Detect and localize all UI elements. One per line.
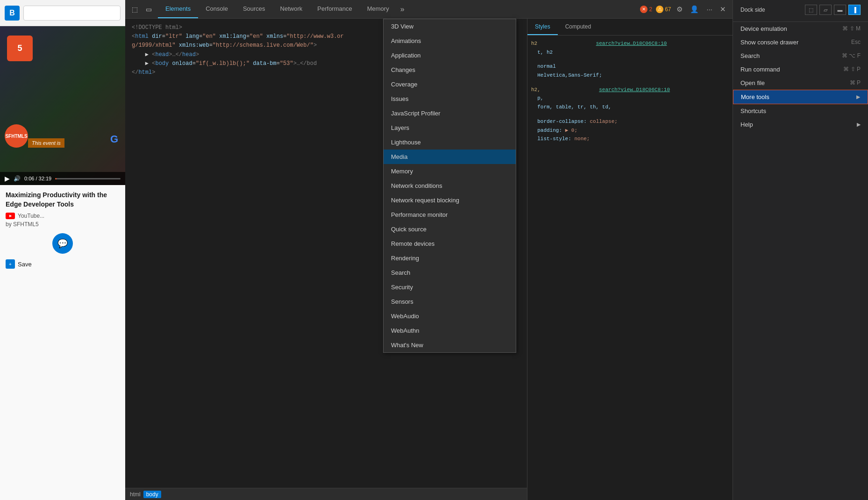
css-property-normal: normal bbox=[531, 62, 729, 71]
styles-content[interactable]: h2 search?view…D18C06C8:10 t, h2 normal … bbox=[527, 36, 733, 500]
css-property-border: border-collapse: collapse; bbox=[531, 117, 729, 126]
menu-search-shortcut: ⌘ ⌥ F bbox=[842, 52, 861, 59]
menu-run-command-label: Run command bbox=[740, 66, 780, 73]
menu-item-network-blocking[interactable]: Network request blocking bbox=[384, 193, 516, 207]
tab-network[interactable]: Network bbox=[273, 0, 310, 18]
menu-item-issues[interactable]: Issues bbox=[384, 92, 516, 106]
dock-left-button[interactable]: ▱ bbox=[819, 5, 832, 15]
css-selector-h2: h2 search?view…D18C06C8:10 bbox=[531, 39, 729, 48]
breadcrumb-html[interactable]: html bbox=[130, 491, 141, 498]
css-property-1: t, h2 bbox=[531, 48, 729, 57]
more-tabs-button[interactable]: » bbox=[397, 0, 408, 18]
warning-badge: ⚠ 67 bbox=[656, 6, 671, 13]
menu-item-layers[interactable]: Layers bbox=[384, 121, 516, 135]
video-thumbnail: 5 SFHTMLS This event is G bbox=[0, 26, 125, 185]
menu-item-sensors[interactable]: Sensors bbox=[384, 294, 516, 309]
video-source: YouTube... bbox=[6, 213, 120, 219]
devtools-right-icons: ✕ 2 ⚠ 67 ⚙ 👤 ··· ✕ bbox=[635, 5, 733, 14]
tab-memory[interactable]: Memory bbox=[360, 0, 397, 18]
menu-item-security[interactable]: Security bbox=[384, 280, 516, 294]
css-block-1: h2 search?view…D18C06C8:10 t, h2 bbox=[531, 39, 729, 57]
menu-item-animations[interactable]: Animations bbox=[384, 34, 516, 48]
dock-right-button[interactable]: ▐ bbox=[848, 5, 861, 15]
event-banner: This event is bbox=[28, 138, 64, 148]
tab-styles[interactable]: Styles bbox=[527, 19, 558, 35]
menu-more-tools[interactable]: More tools ▶ bbox=[733, 90, 868, 104]
menu-device-emulation[interactable]: Device emulation ⌘ ⇧ M bbox=[733, 22, 868, 36]
menu-item-lighthouse[interactable]: Lighthouse bbox=[384, 135, 516, 150]
css-property-form: form, table, tr, th, td, bbox=[531, 103, 729, 112]
address-bar[interactable] bbox=[23, 6, 121, 21]
dock-panel: Dock side ⬚ ▱ ▬ ▐ Device emulation ⌘ ⇧ M… bbox=[733, 0, 868, 500]
volume-button[interactable]: 🔊 bbox=[14, 175, 21, 182]
menu-open-file[interactable]: Open file ⌘ P bbox=[733, 76, 868, 90]
css-property-list: list-style: none; bbox=[531, 135, 729, 143]
menu-more-tools-arrow: ▶ bbox=[856, 94, 860, 100]
cursor-icon[interactable]: ⬚ bbox=[129, 4, 140, 15]
menu-item-perf-monitor[interactable]: Performance monitor bbox=[384, 207, 516, 222]
sfhtml-badge: SFHTMLS bbox=[5, 124, 28, 148]
menu-show-console[interactable]: Show console drawer Esc bbox=[733, 36, 868, 49]
chat-button[interactable]: 💬 bbox=[52, 233, 73, 254]
menu-item-media[interactable]: Media bbox=[384, 150, 516, 164]
menu-item-3dview[interactable]: 3D View bbox=[384, 19, 516, 34]
menu-run-command[interactable]: Run command ⌘ ⇧ P bbox=[733, 63, 868, 76]
bing-logo: B bbox=[5, 6, 20, 21]
more-options-icon[interactable]: ··· bbox=[704, 5, 714, 13]
browser-toolbar: B bbox=[0, 0, 125, 26]
tab-computed[interactable]: Computed bbox=[558, 19, 598, 35]
settings-icon[interactable]: ⚙ bbox=[675, 5, 684, 14]
tab-elements[interactable]: Elements bbox=[158, 0, 198, 18]
styles-panel: Styles Computed h2 search?view…D18C06C8:… bbox=[527, 19, 733, 500]
menu-search[interactable]: Search ⌘ ⌥ F bbox=[733, 49, 868, 63]
tab-performance[interactable]: Performance bbox=[310, 0, 359, 18]
menu-item-whats-new[interactable]: What's New bbox=[384, 338, 516, 352]
menu-item-quick-source[interactable]: Quick source bbox=[384, 222, 516, 236]
user-icon[interactable]: 👤 bbox=[688, 5, 701, 14]
css-property-padding: padding: ▶ 0; bbox=[531, 126, 729, 135]
dock-menu: Device emulation ⌘ ⇧ M Show console draw… bbox=[733, 22, 868, 131]
menu-item-webaudio[interactable]: WebAudio bbox=[384, 309, 516, 323]
menu-item-webauthn[interactable]: WebAuthn bbox=[384, 323, 516, 338]
close-button[interactable]: ✕ bbox=[718, 5, 728, 14]
menu-help-arrow: ▶ bbox=[857, 121, 861, 128]
device-icon[interactable]: ▭ bbox=[143, 4, 154, 15]
tab-console[interactable]: Console bbox=[198, 0, 235, 18]
menu-item-coverage[interactable]: Coverage bbox=[384, 77, 516, 92]
menu-shortcuts[interactable]: Shortcuts bbox=[733, 104, 868, 118]
menu-item-application[interactable]: Application bbox=[384, 48, 516, 63]
save-button[interactable]: + Save bbox=[6, 259, 120, 269]
devtools-body: <!DOCTYPE html> <html dir="ltr" lang="en… bbox=[125, 19, 733, 500]
css-property-p: p, bbox=[531, 94, 729, 103]
save-icon: + bbox=[6, 259, 15, 269]
elements-breadcrumb: html body bbox=[125, 488, 527, 500]
video-info: Maximizing Productivity with the Edge De… bbox=[0, 185, 125, 500]
error-badge: ✕ 2 bbox=[640, 6, 652, 13]
menu-item-changes[interactable]: Changes bbox=[384, 63, 516, 77]
devtools-tabs: Elements Console Sources Network Perform… bbox=[158, 0, 635, 18]
menu-item-js-profiler[interactable]: JavaScript Profiler bbox=[384, 106, 516, 121]
menu-item-network-conditions[interactable]: Network conditions bbox=[384, 179, 516, 193]
play-button[interactable]: ▶ bbox=[5, 175, 10, 182]
menu-item-memory[interactable]: Memory bbox=[384, 164, 516, 179]
progress-bar[interactable] bbox=[55, 178, 121, 179]
menu-item-search[interactable]: Search bbox=[384, 265, 516, 280]
menu-help[interactable]: Help ▶ bbox=[733, 118, 868, 131]
menu-item-rendering[interactable]: Rendering bbox=[384, 251, 516, 265]
menu-device-emulation-label: Device emulation bbox=[740, 25, 787, 32]
warning-icon: ⚠ bbox=[656, 6, 663, 13]
browser-panel: B 5 SFHTMLS This event is G ▶ 🔊 0:06 / 3… bbox=[0, 0, 125, 500]
menu-show-console-label: Show console drawer bbox=[740, 39, 798, 46]
css-block-3: h2, search?view…D18C06C8:10 p, form, tab… bbox=[531, 86, 729, 112]
css-selector-h2-2: h2, search?view…D18C06C8:10 bbox=[531, 86, 729, 94]
menu-show-console-shortcut: Esc bbox=[851, 39, 861, 46]
time-display: 0:06 / 32:19 bbox=[24, 176, 51, 181]
dock-bottom-button[interactable]: ▬ bbox=[834, 5, 846, 15]
dock-undock-button[interactable]: ⬚ bbox=[805, 5, 817, 15]
dock-icons-row: ⬚ ▱ ▬ ▐ bbox=[805, 5, 861, 15]
menu-open-file-label: Open file bbox=[740, 79, 765, 86]
breadcrumb-body[interactable]: body bbox=[143, 491, 161, 498]
menu-more-tools-label: More tools bbox=[741, 93, 769, 100]
menu-item-remote-devices[interactable]: Remote devices bbox=[384, 236, 516, 251]
tab-sources[interactable]: Sources bbox=[235, 0, 273, 18]
